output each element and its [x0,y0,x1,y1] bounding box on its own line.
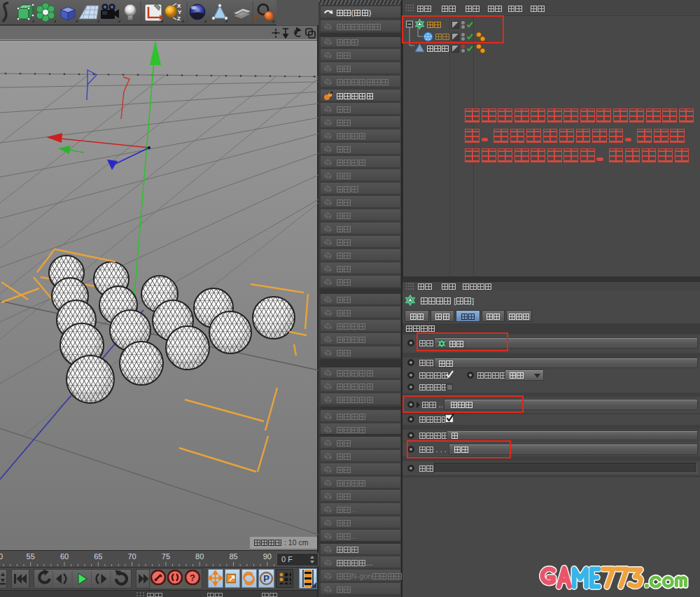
svg-text:?: ? [190,573,195,583]
svg-text:P: P [263,573,270,584]
svg-text:X: X [177,3,181,9]
svg-text:Y: Y [178,9,182,15]
svg-text:Z: Z [177,15,181,22]
